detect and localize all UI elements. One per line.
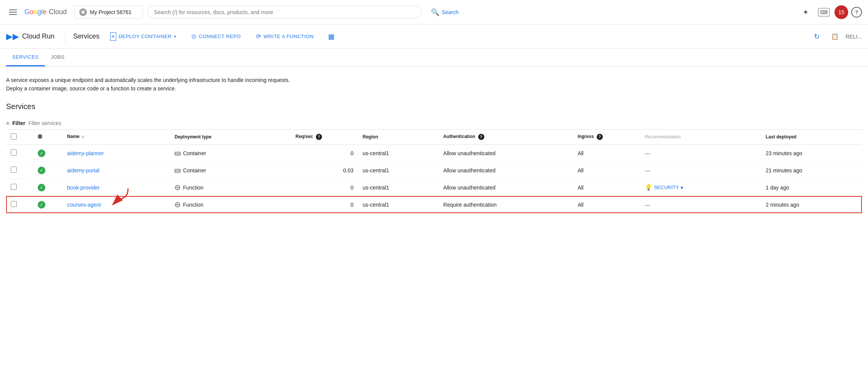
search-bar[interactable]: [147, 6, 422, 19]
deployment-type: Container: [175, 150, 286, 156]
reqsec-help-icon[interactable]: ?: [316, 134, 322, 140]
row-checkbox[interactable]: [11, 167, 17, 173]
deploy-type-icon: [175, 201, 181, 208]
table-row: ✓ courses-agent Function 0 us-central1 R…: [6, 196, 862, 213]
description-line2: Deploy a container image, source code or…: [6, 84, 862, 93]
deploy-type-icon: [175, 184, 181, 191]
status-indicator: [38, 134, 42, 139]
row-checkbox[interactable]: [11, 184, 17, 190]
deploy-type-label: Container: [183, 167, 206, 173]
no-recommendation: —: [645, 167, 650, 173]
auth-cell: Allow unauthenticated: [439, 162, 573, 179]
tabs: SERVICES JOBS: [0, 49, 868, 67]
deployment-type-cell: Container: [170, 162, 291, 179]
project-selector[interactable]: My Project 58761: [74, 6, 143, 19]
ingress-help-icon[interactable]: ?: [597, 134, 603, 140]
status-badge: ✓: [38, 167, 45, 174]
auth-cell: Require authentication: [439, 196, 573, 213]
check-icon: ✓: [40, 168, 43, 173]
region-cell: us-central1: [358, 179, 439, 196]
ingress-cell: All: [573, 179, 640, 196]
deployment-type: Function: [175, 201, 286, 208]
select-all-checkbox[interactable]: [11, 133, 17, 140]
release-notes-button[interactable]: 📋: [827, 29, 842, 44]
row-checkbox-cell: [6, 196, 33, 213]
service-link[interactable]: courses-agent: [67, 202, 101, 208]
connect-repo-button[interactable]: ⊙ CONNECT REPO: [187, 31, 245, 42]
reqsec-cell: 0: [291, 179, 358, 196]
col-header-lastdeployed: Last deployed: [761, 129, 862, 145]
ingress-cell: All: [573, 196, 640, 213]
hamburger-menu[interactable]: [6, 6, 20, 18]
service-name-cell: aidemy-planner: [62, 145, 170, 162]
deploy-container-icon: +: [110, 32, 116, 41]
col-header-checkbox: [6, 129, 33, 145]
deploy-container-button[interactable]: + DEPLOY CONTAINER ▾: [106, 30, 181, 43]
col-header-auth: Authentication ?: [439, 129, 573, 145]
nav-icons: ✦ ⌨ 15 ?: [798, 5, 862, 20]
recommendation-td: —: [640, 145, 761, 162]
deployment-type-cell: Function: [170, 196, 291, 213]
service-name-cell: aidemy-portal: [62, 162, 170, 179]
top-navigation: Google Cloud My Project 58761 🔍 Search ✦…: [0, 0, 868, 24]
tab-services[interactable]: SERVICES: [6, 49, 45, 66]
project-icon: [79, 8, 87, 16]
right-nav-icons: ↻ 📋 RELI...: [809, 29, 862, 44]
reqsec-cell: 0.03: [291, 162, 358, 179]
write-function-icon: ⟳: [256, 33, 261, 40]
row-checkbox[interactable]: [11, 149, 17, 156]
deploy-type-label: Function: [183, 185, 203, 191]
deploy-type-label: Function: [183, 202, 203, 208]
cloud-shell-button[interactable]: ⌨: [816, 5, 831, 20]
col-header-deployment: Deployment type: [170, 129, 291, 145]
release-notes-icon: 📋: [831, 33, 839, 40]
gemini-icon: ✦: [802, 8, 809, 17]
status-badge: ✓: [38, 201, 45, 209]
refresh-button[interactable]: ↻: [809, 29, 824, 44]
services-table-wrapper: Name ↑ Deployment type Req/sec ? Region …: [6, 129, 862, 214]
deployment-type-cell: Container: [170, 145, 291, 162]
terminal-icon: ⌨: [818, 8, 830, 16]
avatar[interactable]: 15: [834, 5, 848, 19]
nav-divider: [65, 31, 66, 43]
row-checkbox-cell: [6, 179, 33, 196]
description: A service exposes a unique endpoint and …: [6, 76, 862, 93]
gemini-button[interactable]: ✦: [798, 5, 813, 20]
search-button[interactable]: 🔍 Search: [426, 6, 463, 19]
cloud-run-logo: ▶▶ Cloud Run: [6, 32, 54, 42]
region-cell: us-central1: [358, 196, 439, 213]
row-status-cell: ✓: [33, 162, 63, 179]
check-icon: ✓: [40, 185, 43, 190]
no-recommendation: —: [645, 202, 650, 208]
help-button[interactable]: ?: [851, 7, 862, 18]
no-recommendation: —: [645, 150, 650, 156]
filter-bar: ≡ Filter: [6, 117, 862, 129]
last-deployed-cell: 21 minutes ago: [761, 162, 862, 179]
check-icon: ✓: [40, 202, 43, 207]
service-link[interactable]: aidemy-portal: [67, 167, 99, 173]
tab-jobs[interactable]: JOBS: [45, 49, 71, 66]
security-button[interactable]: SECURITY: [654, 185, 679, 190]
description-line1: A service exposes a unique endpoint and …: [6, 76, 862, 84]
svg-point-4: [179, 153, 180, 154]
security-dropdown-icon[interactable]: ▾: [681, 185, 683, 191]
ingress-cell: All: [573, 145, 640, 162]
write-function-button[interactable]: ⟳ WRITE A FUNCTION: [251, 31, 318, 42]
col-header-ingress: Ingress ?: [573, 129, 640, 145]
svg-point-8: [179, 170, 180, 172]
auth-help-icon[interactable]: ?: [478, 134, 484, 140]
page-title: Services: [73, 32, 99, 40]
table-row: ✓ aidemy-portal Container 0.03 us-centra…: [6, 162, 862, 179]
service-link[interactable]: aidemy-planner: [67, 150, 104, 156]
deploy-type-label: Container: [183, 150, 206, 156]
search-input[interactable]: [154, 9, 415, 15]
deploy-type-icon: [175, 167, 181, 173]
recommendation-td: —: [640, 162, 761, 179]
layout-icon-button[interactable]: ▦: [324, 30, 338, 43]
row-status-cell: ✓: [33, 196, 63, 213]
row-checkbox[interactable]: [11, 201, 17, 207]
services-section-title: Services: [6, 102, 862, 111]
service-link[interactable]: book-provider: [67, 185, 100, 191]
filter-input[interactable]: [28, 120, 862, 126]
recommendation-td: —: [640, 196, 761, 213]
